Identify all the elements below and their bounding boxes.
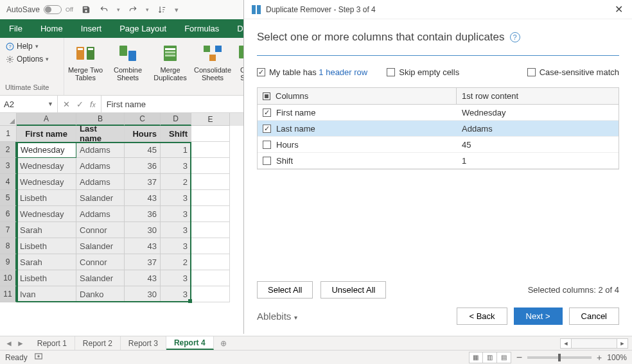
cell[interactable]: Connor — [76, 222, 125, 238]
view-normal-icon[interactable]: ▦ — [469, 352, 483, 363]
cell[interactable] — [191, 174, 230, 190]
column-row[interactable]: Shift1 — [258, 153, 619, 169]
redo-chevron-icon[interactable]: ▾ — [146, 6, 149, 13]
row-header[interactable]: 9 — [0, 254, 17, 270]
row-header[interactable]: 2 — [0, 142, 17, 158]
cell[interactable]: 3 — [161, 286, 191, 302]
col-header-c[interactable]: C — [125, 113, 161, 126]
cell[interactable]: Salander — [76, 270, 125, 286]
cell[interactable]: 36 — [125, 206, 161, 222]
zoom-out-button[interactable]: − — [516, 352, 522, 363]
cell[interactable]: Sarah — [17, 254, 76, 270]
select-all-button[interactable]: Select All — [257, 281, 313, 299]
row-header[interactable]: 4 — [0, 174, 17, 190]
cell[interactable]: 3 — [161, 270, 191, 286]
cell[interactable]: 43 — [125, 190, 161, 206]
zoom-slider[interactable] — [527, 356, 592, 359]
cell[interactable] — [191, 254, 230, 270]
add-sheet-button[interactable]: ⊕ — [214, 339, 233, 348]
cell[interactable]: 3 — [161, 190, 191, 206]
cell[interactable]: 1 — [161, 142, 191, 158]
next-sheet-icon[interactable]: ► — [17, 339, 24, 348]
column-row[interactable]: Hours45 — [258, 137, 619, 153]
cell[interactable] — [191, 270, 230, 286]
cell[interactable] — [191, 142, 230, 158]
close-icon[interactable]: ✕ — [612, 3, 626, 15]
cancel-formula-icon[interactable]: ✕ — [63, 100, 70, 109]
merge-two-tables-button[interactable]: Merge Two Tables — [64, 40, 107, 83]
cell[interactable]: Lisbeth — [17, 190, 76, 206]
row-header[interactable]: 1 — [0, 126, 17, 142]
zoom-level[interactable]: 100% — [607, 353, 627, 362]
cell[interactable]: Shift — [161, 126, 191, 142]
col-header-e[interactable]: E — [191, 113, 230, 126]
sheet-tab-report1[interactable]: Report 1 — [30, 336, 75, 350]
undo-chevron-icon[interactable]: ▾ — [117, 6, 120, 13]
cell[interactable]: 45 — [125, 142, 161, 158]
scroll-right-icon[interactable]: ► — [617, 338, 628, 349]
cell[interactable]: 36 — [125, 158, 161, 174]
column-row[interactable]: First nameWednesday — [258, 105, 619, 121]
skip-empty-checkbox[interactable]: Skip empty cells — [387, 67, 459, 77]
row-header[interactable]: 5 — [0, 190, 17, 206]
cell[interactable]: Salander — [76, 238, 125, 254]
sheet-tab-report2[interactable]: Report 2 — [75, 336, 121, 350]
cell[interactable]: Sarah — [17, 222, 76, 238]
cell[interactable] — [191, 222, 230, 238]
cell[interactable]: Salander — [76, 190, 125, 206]
cell[interactable]: Wednesday — [17, 206, 76, 222]
redo-icon[interactable] — [128, 4, 138, 15]
row-header[interactable]: 11 — [0, 286, 17, 302]
consolidate-sheets-button[interactable]: Consolidate Sheets — [191, 40, 234, 83]
header-row-link[interactable]: 1 header row — [319, 67, 367, 77]
col-header-a[interactable]: A — [17, 113, 76, 126]
cell[interactable]: Lisbeth — [17, 270, 76, 286]
row-header[interactable]: 10 — [0, 270, 17, 286]
help-icon[interactable]: ? — [510, 32, 520, 42]
scroll-left-icon[interactable]: ◄ — [560, 338, 572, 349]
sheet-tab-report3[interactable]: Report 3 — [121, 336, 166, 350]
cell[interactable]: Wednesday — [17, 158, 76, 174]
cell[interactable]: Addams — [76, 158, 125, 174]
cell[interactable] — [191, 158, 230, 174]
columns-header[interactable]: Columns — [258, 88, 457, 104]
cell[interactable]: 2 — [161, 254, 191, 270]
help-button[interactable]: ? Help ▾ — [5, 42, 58, 51]
case-sensitive-checkbox[interactable]: Case-sensitive match — [527, 67, 619, 77]
cell[interactable]: First name — [17, 126, 76, 142]
col-header-b[interactable]: B — [76, 113, 125, 126]
name-box[interactable]: A2 ▼ — [0, 96, 58, 112]
cell[interactable]: Hours — [125, 126, 161, 142]
options-button[interactable]: Options ▾ — [5, 55, 58, 64]
cell[interactable]: Lisbeth — [17, 238, 76, 254]
cell[interactable] — [191, 238, 230, 254]
cell[interactable]: Ivan — [17, 286, 76, 302]
fx-icon[interactable]: fx — [90, 100, 96, 109]
prev-sheet-icon[interactable]: ◄ — [5, 339, 13, 348]
cell[interactable]: 3 — [161, 238, 191, 254]
my-table-header-checkbox[interactable]: My table has 1 header row — [257, 67, 367, 77]
cell[interactable]: Danko — [76, 286, 125, 302]
autosave-toggle[interactable]: AutoSave Off — [6, 5, 73, 14]
cell[interactable] — [191, 126, 230, 142]
cell[interactable]: 3 — [161, 158, 191, 174]
tab-formulas[interactable]: Formulas — [175, 19, 228, 38]
cell[interactable]: 30 — [125, 222, 161, 238]
cell[interactable]: Addams — [76, 174, 125, 190]
column-row[interactable]: Last nameAddams — [258, 121, 619, 137]
cell[interactable]: 37 — [125, 174, 161, 190]
enter-formula-icon[interactable]: ✓ — [76, 100, 83, 109]
sheet-tab-report4[interactable]: Report 4 — [166, 336, 214, 350]
brand-label[interactable]: Ablebits ▾ — [257, 311, 297, 322]
cell[interactable]: 43 — [125, 238, 161, 254]
col-header-d[interactable]: D — [161, 113, 191, 126]
row-header[interactable]: 7 — [0, 222, 17, 238]
zoom-in-button[interactable]: + — [597, 352, 602, 363]
cell[interactable]: Wednesday — [17, 174, 76, 190]
select-all-columns-icon[interactable] — [263, 92, 270, 100]
sort-icon[interactable] — [157, 4, 167, 15]
worksheet[interactable]: A B C D E 1 First name Last name Hours S… — [0, 113, 243, 336]
cell[interactable]: Connor — [76, 254, 125, 270]
tab-home[interactable]: Home — [31, 19, 72, 38]
merge-duplicates-button[interactable]: Merge Duplicates — [149, 40, 191, 83]
